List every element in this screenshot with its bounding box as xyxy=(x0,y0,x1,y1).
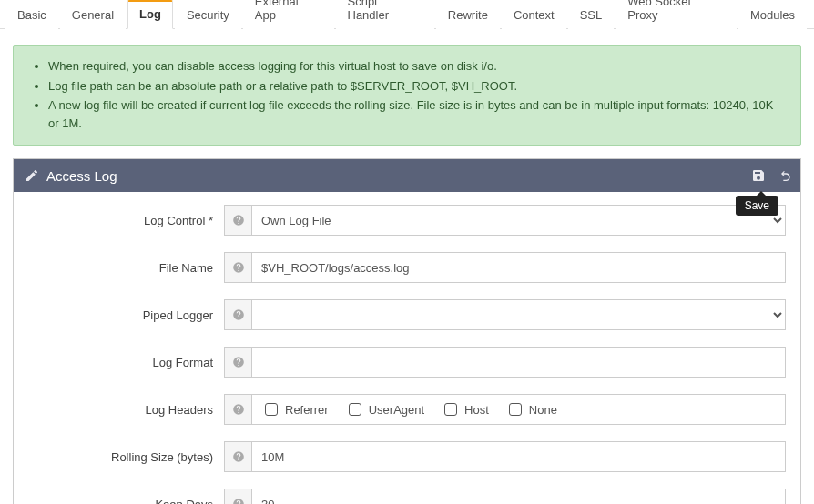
label-log-format: Log Format xyxy=(28,356,224,369)
label-file-name: File Name xyxy=(28,261,224,275)
info-box: When required, you can disable access lo… xyxy=(13,45,801,146)
log-control-select[interactable]: Own Log File xyxy=(251,205,786,236)
tab-external-app[interactable]: External App xyxy=(243,0,334,29)
panel-header: Access Log Save xyxy=(14,159,800,192)
info-item: Log file path can be an absolute path or… xyxy=(48,77,786,96)
tab-modules[interactable]: Modules xyxy=(738,2,807,29)
row-log-headers: Log Headers ReferrerUserAgentHostNone xyxy=(28,394,786,425)
tab-log[interactable]: Log xyxy=(127,0,173,29)
checkbox-label: None xyxy=(529,403,557,417)
label-keep-days: Keep Days xyxy=(28,498,224,505)
help-icon[interactable] xyxy=(224,205,251,236)
save-tooltip: Save xyxy=(736,196,778,216)
help-icon[interactable] xyxy=(224,489,251,504)
tab-ssl[interactable]: SSL xyxy=(568,2,615,29)
info-item: A new log file will be created if curren… xyxy=(48,96,786,132)
label-log-headers: Log Headers xyxy=(28,403,224,417)
checkbox-input[interactable] xyxy=(509,403,522,416)
checkbox-label: Host xyxy=(464,403,489,417)
file-name-input[interactable] xyxy=(251,252,786,283)
checkbox-host[interactable]: Host xyxy=(441,400,489,418)
label-rolling-size: Rolling Size (bytes) xyxy=(28,450,224,464)
help-icon[interactable] xyxy=(224,394,251,425)
row-file-name: File Name xyxy=(28,252,786,283)
checkbox-referrer[interactable]: Referrer xyxy=(261,400,329,418)
tab-web-socket-proxy[interactable]: Web Socket Proxy xyxy=(616,0,737,29)
checkbox-label: UserAgent xyxy=(369,403,424,417)
log-headers-group: ReferrerUserAgentHostNone xyxy=(251,394,786,425)
tab-script-handler[interactable]: Script Handler xyxy=(336,0,434,29)
keep-days-input[interactable] xyxy=(251,489,786,504)
undo-icon[interactable] xyxy=(778,168,793,183)
checkbox-input[interactable] xyxy=(265,403,278,416)
checkbox-label: Referrer xyxy=(285,403,329,417)
tab-basic[interactable]: Basic xyxy=(5,2,58,29)
row-keep-days: Keep Days xyxy=(28,489,786,504)
checkbox-input[interactable] xyxy=(444,403,457,416)
piped-logger-select[interactable] xyxy=(251,299,786,330)
help-icon[interactable] xyxy=(224,441,251,472)
checkbox-none[interactable]: None xyxy=(505,400,557,418)
tab-context[interactable]: Context xyxy=(502,2,566,29)
tabs-bar: BasicGeneralLogSecurityExternal AppScrip… xyxy=(0,0,814,29)
rolling-size-input[interactable] xyxy=(251,441,786,472)
help-icon[interactable] xyxy=(224,347,251,378)
save-icon[interactable] xyxy=(751,168,766,183)
row-log-control: Log Control * Own Log File xyxy=(28,205,786,236)
checkbox-useragent[interactable]: UserAgent xyxy=(345,400,424,418)
label-piped-logger: Piped Logger xyxy=(28,308,224,322)
tab-general[interactable]: General xyxy=(60,2,126,29)
panel-body: Log Control * Own Log File File Name Pip… xyxy=(14,192,800,504)
panel-title: Access Log xyxy=(46,168,117,184)
access-log-panel: Access Log Save Log Control * Own Log Fi… xyxy=(13,158,801,504)
info-item: When required, you can disable access lo… xyxy=(48,57,786,76)
help-icon[interactable] xyxy=(224,252,251,283)
row-piped-logger: Piped Logger xyxy=(28,299,786,330)
tab-rewrite[interactable]: Rewrite xyxy=(436,2,500,29)
checkbox-input[interactable] xyxy=(349,403,361,416)
tab-security[interactable]: Security xyxy=(175,2,241,29)
row-log-format: Log Format xyxy=(28,347,786,378)
edit-icon xyxy=(25,168,39,183)
row-rolling-size: Rolling Size (bytes) xyxy=(28,441,786,472)
label-log-control: Log Control * xyxy=(28,214,224,227)
log-format-input[interactable] xyxy=(251,347,786,378)
help-icon[interactable] xyxy=(224,299,251,330)
